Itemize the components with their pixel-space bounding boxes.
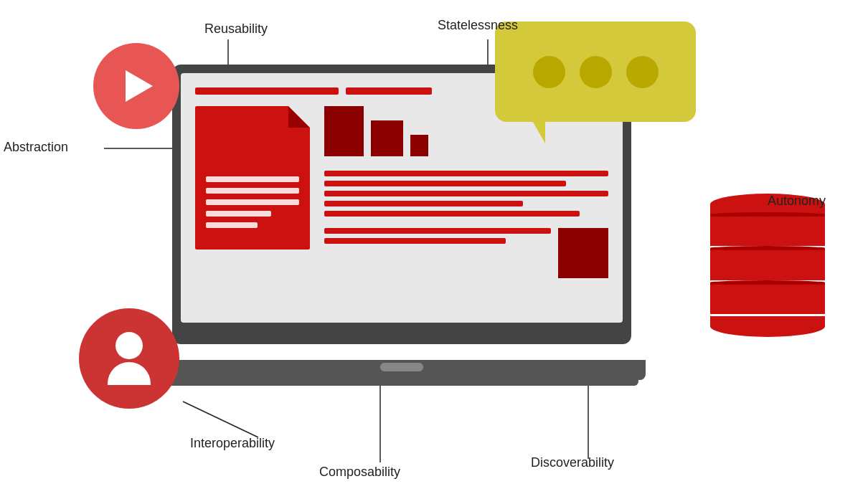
discoverability-label: Discoverability bbox=[531, 455, 614, 470]
user-circle bbox=[79, 308, 179, 409]
speech-bubble bbox=[495, 22, 696, 122]
small-square bbox=[558, 228, 608, 278]
doc-line-1 bbox=[206, 176, 299, 182]
text-line-5 bbox=[324, 211, 580, 217]
laptop-feet bbox=[165, 376, 638, 386]
doc-line-3 bbox=[206, 199, 299, 205]
user-head bbox=[115, 332, 143, 359]
text-line-2 bbox=[324, 181, 566, 186]
svg-line-8 bbox=[183, 402, 258, 437]
doc-line-5 bbox=[206, 222, 258, 228]
speech-dots bbox=[495, 22, 696, 122]
text-lines bbox=[324, 171, 608, 217]
chart-block-3 bbox=[410, 135, 428, 156]
reusability-label: Reusability bbox=[204, 22, 268, 37]
user-icon bbox=[108, 332, 151, 385]
abstraction-label: Abstraction bbox=[4, 140, 68, 155]
text-line-3 bbox=[324, 191, 608, 196]
doc-line-2 bbox=[206, 188, 299, 194]
interoperability-label: Interoperability bbox=[190, 436, 275, 451]
document-icon bbox=[195, 106, 310, 250]
db-section-3 bbox=[710, 282, 825, 316]
chart-block-1 bbox=[324, 106, 364, 156]
autonomy-label: Autonomy bbox=[768, 194, 826, 209]
speech-dot-3 bbox=[626, 56, 659, 88]
db-section-2 bbox=[710, 248, 825, 282]
statelessness-label: Statelessness bbox=[438, 18, 518, 33]
db-bottom bbox=[710, 316, 825, 337]
speech-dot-1 bbox=[533, 56, 565, 88]
bottom-line-1 bbox=[324, 228, 551, 234]
top-bar-2 bbox=[346, 87, 432, 95]
doc-line-4 bbox=[206, 211, 271, 217]
text-line-1 bbox=[324, 171, 608, 176]
text-line-4 bbox=[324, 201, 523, 206]
speech-dot-2 bbox=[580, 56, 612, 88]
diagram-container: Abstraction Reusability Statelessness Au… bbox=[0, 0, 868, 494]
screen-right bbox=[324, 106, 608, 278]
bottom-text-lines bbox=[324, 228, 551, 244]
speech-tail bbox=[531, 118, 545, 143]
chart-block-2 bbox=[371, 120, 403, 156]
doc-fold bbox=[288, 106, 310, 128]
play-icon bbox=[126, 70, 153, 102]
doc-lines bbox=[206, 176, 299, 228]
screen-content bbox=[195, 106, 608, 278]
bottom-row bbox=[324, 228, 608, 278]
bottom-line-2 bbox=[324, 238, 506, 244]
db-section-1 bbox=[710, 214, 825, 248]
composability-label: Composability bbox=[319, 465, 400, 480]
user-body bbox=[108, 362, 151, 385]
laptop-notch bbox=[380, 363, 423, 371]
top-bar-1 bbox=[195, 87, 339, 95]
database-illustration bbox=[710, 194, 825, 337]
play-circle bbox=[93, 43, 179, 129]
